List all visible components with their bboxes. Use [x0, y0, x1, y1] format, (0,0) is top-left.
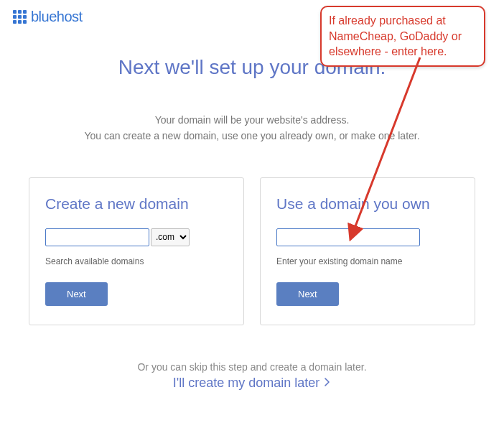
own-domain-card: Use a domain you own Enter your existing…: [260, 177, 475, 325]
tld-select[interactable]: .com: [151, 228, 190, 246]
own-domain-next-button[interactable]: Next: [276, 282, 339, 306]
logo-text: bluehost: [31, 9, 83, 25]
own-domain-input-row: [276, 228, 459, 246]
own-domain-title: Use a domain you own: [276, 195, 459, 213]
annotation-callout: If already purchased at NameCheap, GoDad…: [320, 6, 485, 67]
create-domain-helper: Search available domains: [45, 256, 228, 266]
skip-link[interactable]: I'll create my domain later: [173, 376, 332, 391]
brand-logo: bluehost: [13, 9, 83, 25]
create-domain-input-row: .com: [45, 228, 228, 246]
create-domain-next-button[interactable]: Next: [45, 282, 108, 306]
own-domain-input[interactable]: [276, 228, 420, 246]
domain-cards-row: Create a new domain .com Search availabl…: [0, 177, 504, 325]
skip-section: Or you can skip this step and create a d…: [0, 361, 504, 391]
create-domain-card: Create a new domain .com Search availabl…: [29, 177, 244, 325]
skip-link-label: I'll create my domain later: [173, 376, 320, 391]
create-domain-input[interactable]: [45, 228, 149, 246]
chevron-right-icon: [324, 376, 331, 391]
own-domain-helper: Enter your existing domain name: [276, 256, 459, 266]
subhead-line-2: You can create a new domain, use one you…: [0, 128, 504, 144]
logo-grid-icon: [13, 10, 27, 24]
create-domain-title: Create a new domain: [45, 195, 228, 213]
subhead-line-1: Your domain will be your website's addre…: [0, 112, 504, 128]
page-subheading: Your domain will be your website's addre…: [0, 112, 504, 144]
annotation-text: If already purchased at NameCheap, GoDad…: [329, 13, 477, 60]
skip-description: Or you can skip this step and create a d…: [0, 361, 504, 373]
